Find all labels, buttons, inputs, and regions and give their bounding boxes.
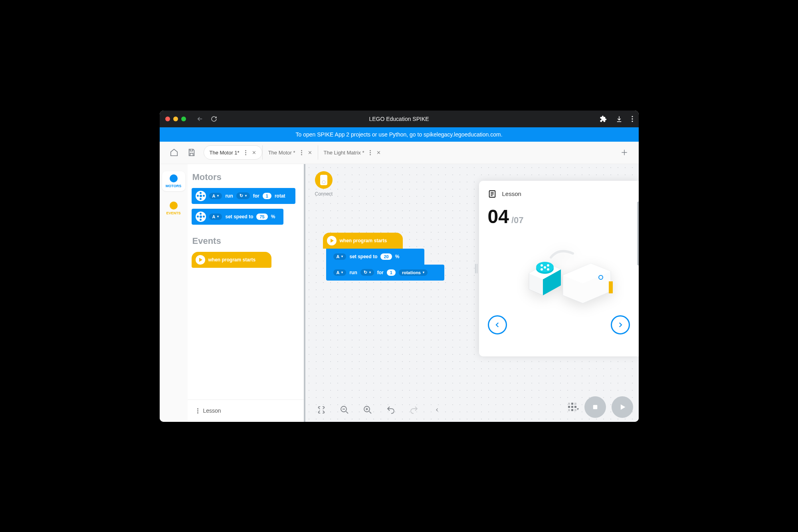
back-icon[interactable] bbox=[196, 115, 204, 123]
more-icon[interactable] bbox=[632, 116, 633, 122]
stop-button[interactable] bbox=[584, 396, 606, 418]
window-maximize-button[interactable] bbox=[181, 117, 186, 121]
motor-icon bbox=[196, 191, 206, 201]
content: MOTORS EVENTS Motors A run ↻ for 1 rotat… bbox=[160, 164, 639, 422]
zoom-out-button[interactable] bbox=[337, 402, 352, 418]
block-text: when program starts bbox=[208, 257, 256, 263]
category-label: EVENTS bbox=[166, 211, 180, 215]
grid-icon bbox=[568, 403, 576, 411]
extension-icon[interactable] bbox=[600, 115, 607, 123]
lesson-footer-button[interactable]: Lesson bbox=[188, 399, 305, 422]
motor-icon bbox=[196, 212, 206, 222]
undo-button[interactable] bbox=[383, 402, 399, 418]
motors-heading: Motors bbox=[192, 172, 304, 182]
port-dropdown[interactable]: A bbox=[333, 269, 347, 276]
home-button[interactable] bbox=[165, 144, 183, 161]
block-text: set speed to bbox=[225, 214, 253, 220]
stop-icon bbox=[592, 403, 599, 411]
svg-rect-15 bbox=[593, 405, 597, 409]
connect-button[interactable] bbox=[315, 171, 333, 189]
lesson-icon bbox=[488, 190, 497, 198]
lesson-next-button[interactable] bbox=[611, 315, 630, 334]
events-dot-icon bbox=[170, 202, 178, 210]
banner-text: To open SPIKE App 2 projects or use Pyth… bbox=[295, 131, 502, 138]
svg-point-10 bbox=[541, 268, 543, 271]
motors-dot-icon bbox=[170, 174, 178, 182]
tab-menu-icon[interactable] bbox=[301, 150, 302, 155]
download-icon[interactable] bbox=[616, 115, 623, 123]
lesson-footer-label: Lesson bbox=[203, 407, 221, 414]
block-text: % bbox=[395, 254, 400, 259]
value-input[interactable]: 75 bbox=[256, 214, 267, 220]
block-text: when program starts bbox=[340, 238, 387, 243]
connect-hub[interactable]: Connect bbox=[315, 171, 333, 197]
save-button[interactable] bbox=[183, 144, 200, 161]
block-event-start[interactable]: when program starts bbox=[192, 252, 271, 268]
lesson-prev-button[interactable] bbox=[488, 315, 507, 334]
value-input[interactable]: 20 bbox=[380, 253, 392, 260]
lesson-step-number: 04 bbox=[488, 206, 509, 227]
titlebar: LEGO Education SPIKE bbox=[160, 111, 639, 127]
value-input[interactable]: 1 bbox=[387, 269, 396, 276]
panel-resize-handle[interactable] bbox=[475, 261, 478, 276]
traffic-lights bbox=[165, 117, 186, 121]
block-text: set speed to bbox=[349, 254, 377, 259]
value-input[interactable]: 1 bbox=[263, 193, 271, 199]
redo-button[interactable] bbox=[406, 402, 422, 418]
lesson-panel: Lesson 04 /07 bbox=[479, 181, 639, 356]
category-motors[interactable]: MOTORS bbox=[162, 171, 185, 191]
lesson-image bbox=[488, 231, 630, 311]
reload-icon[interactable] bbox=[211, 116, 217, 122]
chevron-left-icon bbox=[494, 321, 501, 328]
stack-event-start[interactable]: when program starts bbox=[323, 233, 403, 249]
legacy-banner: To open SPIKE App 2 projects or use Pyth… bbox=[160, 127, 639, 142]
svg-point-0 bbox=[632, 116, 633, 117]
block-text: for bbox=[377, 270, 384, 275]
panel-scrollbar[interactable] bbox=[637, 202, 639, 265]
monitor-button[interactable]: ▾ bbox=[568, 403, 579, 411]
tab-close-icon[interactable]: ✕ bbox=[376, 150, 381, 156]
unit-dropdown[interactable]: rotations bbox=[399, 269, 428, 276]
svg-point-8 bbox=[541, 264, 543, 267]
direction-dropdown[interactable]: ↻ bbox=[360, 269, 374, 276]
lesson-heading: Lesson bbox=[502, 190, 521, 197]
window-minimize-button[interactable] bbox=[173, 117, 178, 121]
svg-point-12 bbox=[544, 266, 546, 269]
port-dropdown[interactable]: A bbox=[333, 253, 347, 260]
zoom-in-button[interactable] bbox=[360, 402, 376, 418]
chevron-right-icon bbox=[617, 321, 624, 328]
tab-label: The Motor 1* bbox=[210, 150, 240, 156]
events-heading: Events bbox=[192, 236, 304, 246]
category-label: MOTORS bbox=[166, 184, 181, 188]
tab-menu-icon[interactable] bbox=[245, 150, 246, 155]
tab-menu-icon[interactable] bbox=[370, 150, 371, 155]
stack-motor-run[interactable]: A run ↻ for 1 rotations bbox=[326, 265, 444, 281]
lesson-step-total: /07 bbox=[511, 215, 524, 225]
tab-close-icon[interactable]: ✕ bbox=[308, 150, 312, 156]
stack-motor-speed[interactable]: A set speed to 20 % bbox=[326, 249, 424, 265]
tab-light-matrix[interactable]: The Light Matrix * ✕ bbox=[318, 145, 387, 160]
connect-label: Connect bbox=[315, 191, 333, 197]
svg-point-1 bbox=[632, 118, 633, 119]
program-stack[interactable]: when program starts A set speed to 20 % … bbox=[323, 233, 444, 281]
tab-close-icon[interactable]: ✕ bbox=[252, 150, 256, 156]
tab-label: The Light Matrix * bbox=[324, 150, 364, 156]
hub-icon bbox=[320, 175, 327, 185]
port-dropdown[interactable]: A bbox=[209, 193, 222, 199]
tabbar: The Motor 1* ✕ The Motor * ✕ The Light M… bbox=[160, 142, 639, 164]
block-motor-run[interactable]: A run ↻ for 1 rotat bbox=[192, 188, 295, 204]
fit-screen-button[interactable] bbox=[313, 402, 329, 418]
direction-dropdown[interactable]: ↻ bbox=[236, 192, 250, 199]
category-events[interactable]: EVENTS bbox=[162, 198, 185, 218]
collapse-button[interactable] bbox=[429, 402, 445, 418]
window-close-button[interactable] bbox=[165, 117, 170, 121]
lesson-step: 04 /07 bbox=[488, 206, 630, 227]
new-tab-button[interactable] bbox=[616, 144, 633, 161]
tab-motor-1[interactable]: The Motor 1* ✕ bbox=[204, 145, 262, 160]
canvas[interactable]: Connect when program starts A set speed … bbox=[305, 164, 639, 422]
tab-motor[interactable]: The Motor * ✕ bbox=[262, 145, 318, 160]
block-motor-speed[interactable]: A set speed to 75 % bbox=[192, 209, 283, 225]
port-dropdown[interactable]: A bbox=[209, 214, 222, 220]
tab-label: The Motor * bbox=[268, 150, 295, 156]
play-button[interactable] bbox=[612, 396, 633, 418]
